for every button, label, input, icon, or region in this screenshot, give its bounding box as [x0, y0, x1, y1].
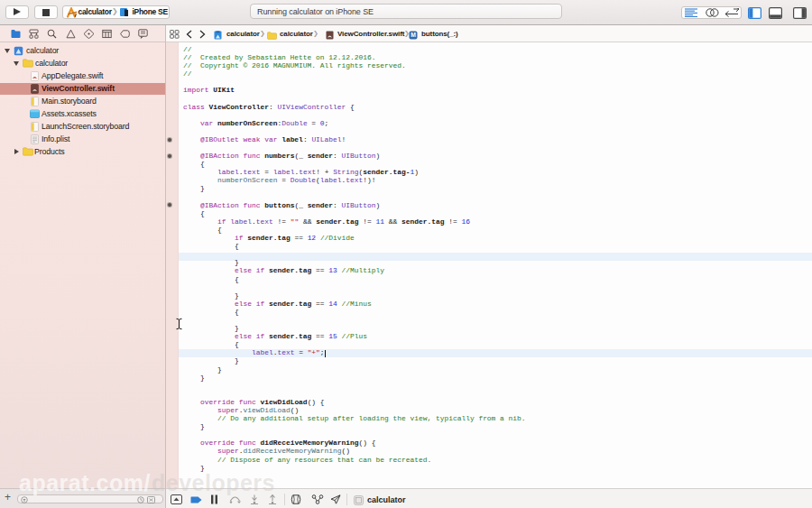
svg-text:M: M [411, 32, 416, 38]
